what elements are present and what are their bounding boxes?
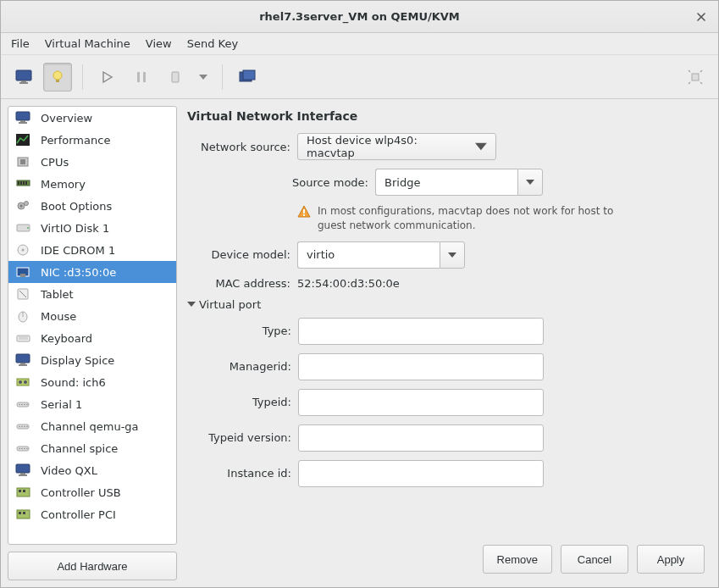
- svg-rect-40: [16, 354, 30, 363]
- serial-icon: [15, 419, 32, 433]
- sidebar-item-cpus[interactable]: CPUs: [8, 151, 176, 173]
- svg-point-52: [19, 426, 20, 428]
- svg-rect-4: [56, 80, 59, 82]
- svg-rect-7: [143, 72, 146, 82]
- sidebar-item-serial-1[interactable]: Serial 1: [8, 393, 176, 415]
- sidebar-item-label: Memory: [41, 178, 86, 191]
- shutdown-menu-button[interactable]: [195, 63, 212, 92]
- device-list[interactable]: OverviewPerformanceCPUsMemoryBoot Option…: [8, 106, 177, 545]
- fullscreen-button[interactable]: [681, 63, 710, 92]
- sidebar-item-keyboard[interactable]: Keyboard: [8, 327, 176, 349]
- gears-icon: [15, 199, 32, 213]
- svg-rect-22: [23, 181, 25, 185]
- svg-point-30: [22, 249, 25, 252]
- add-hardware-button[interactable]: Add Hardware: [8, 552, 177, 580]
- menu-virtual-machine[interactable]: Virtual Machine: [45, 37, 130, 50]
- vp-instanceid-label: Instance id:: [201, 467, 298, 480]
- source-mode-dropdown-button[interactable]: [517, 169, 543, 196]
- ram-icon: [15, 177, 32, 191]
- sidebar-item-performance[interactable]: Performance: [8, 129, 176, 151]
- sidebar-item-display-spice[interactable]: Display Spice: [8, 349, 176, 371]
- snapshots-button[interactable]: [233, 63, 262, 92]
- vp-typeidversion-input[interactable]: [298, 424, 544, 452]
- svg-rect-32: [20, 274, 25, 277]
- titlebar: rhel7.3server_VM on QEMU/KVM: [1, 1, 718, 33]
- svg-marker-76: [187, 302, 196, 307]
- sidebar-item-label: Mouse: [41, 310, 76, 323]
- svg-point-59: [24, 448, 25, 450]
- svg-rect-2: [19, 82, 28, 84]
- serial-icon: [15, 441, 32, 455]
- source-mode-value: Bridge: [384, 176, 420, 189]
- sidebar-item-controller-pci[interactable]: Controller PCI: [8, 503, 176, 525]
- warning-text: In most configurations, macvtap does not…: [318, 204, 636, 233]
- virtual-port-expander[interactable]: Virtual port: [187, 298, 705, 311]
- menu-view[interactable]: View: [146, 37, 172, 50]
- vp-typeid-input[interactable]: [298, 389, 544, 416]
- sidebar-item-overview[interactable]: Overview: [8, 107, 176, 129]
- play-icon: [102, 71, 113, 83]
- svg-point-26: [25, 202, 29, 206]
- sidebar-item-controller-usb[interactable]: Controller USB: [8, 481, 176, 503]
- sidebar-item-mouse[interactable]: Mouse: [8, 305, 176, 327]
- remove-button[interactable]: Remove: [483, 545, 552, 574]
- sidebar-item-video-qxl[interactable]: Video QXL: [8, 459, 176, 481]
- sidebar-item-label: Video QXL: [41, 464, 97, 477]
- sidebar-item-label: Overview: [41, 112, 92, 125]
- sidebar-item-ide-cdrom-1[interactable]: IDE CDROM 1: [8, 239, 176, 261]
- sidebar-item-label: Performance: [41, 134, 110, 147]
- sidebar-item-tablet[interactable]: Tablet: [8, 283, 176, 305]
- source-mode-combo[interactable]: Bridge: [375, 169, 543, 196]
- disk-icon: [15, 221, 32, 235]
- shutdown-button[interactable]: [161, 63, 190, 92]
- vp-type-input[interactable]: [298, 318, 544, 345]
- run-button[interactable]: [93, 63, 122, 92]
- mac-address-label: MAC address:: [187, 277, 297, 290]
- sidebar-item-sound-ich6[interactable]: Sound: ich6: [8, 371, 176, 393]
- monitor-icon: [15, 69, 32, 85]
- details-view-button[interactable]: [43, 63, 72, 92]
- sidebar-item-memory[interactable]: Memory: [8, 173, 176, 195]
- apply-button[interactable]: Apply: [637, 545, 705, 574]
- sidebar-item-label: Sound: ich6: [41, 376, 106, 389]
- console-view-button[interactable]: [9, 63, 38, 92]
- svg-marker-71: [526, 180, 534, 185]
- controller-icon: [15, 485, 32, 499]
- keyboard-icon: [15, 331, 32, 345]
- sidebar-item-label: Display Spice: [41, 354, 114, 367]
- svg-rect-41: [20, 363, 25, 364]
- toolbar-separator: [82, 64, 83, 90]
- sidebar-item-label: Controller PCI: [41, 508, 116, 521]
- sidebar-item-channel-spice[interactable]: Channel spice: [8, 437, 176, 459]
- cancel-button[interactable]: Cancel: [561, 545, 628, 574]
- device-model-dropdown-button[interactable]: [440, 241, 465, 269]
- svg-point-49: [24, 404, 25, 406]
- close-button[interactable]: [693, 8, 710, 25]
- sidebar-item-label: Controller USB: [41, 486, 121, 499]
- device-model-combo[interactable]: virtio: [297, 241, 465, 269]
- svg-point-60: [26, 448, 28, 450]
- pause-button[interactable]: [127, 63, 156, 92]
- svg-rect-6: [137, 72, 140, 82]
- chevron-down-icon: [187, 300, 196, 308]
- svg-point-25: [20, 205, 23, 208]
- svg-point-3: [53, 71, 62, 80]
- sidebar-item-channel-qemu-ga[interactable]: Channel qemu-ga: [8, 415, 176, 437]
- sidebar-item-boot-options[interactable]: Boot Options: [8, 195, 176, 217]
- vp-managerid-input[interactable]: [298, 353, 544, 380]
- network-source-combo[interactable]: Host device wlp4s0: macvtap: [297, 133, 496, 160]
- chevron-down-icon: [526, 178, 534, 186]
- controller-icon: [15, 508, 32, 521]
- svg-marker-5: [103, 72, 112, 82]
- menu-send-key[interactable]: Send Key: [187, 37, 238, 50]
- svg-marker-9: [199, 75, 207, 80]
- svg-rect-15: [19, 122, 27, 124]
- svg-rect-42: [19, 364, 27, 366]
- svg-rect-0: [16, 70, 31, 80]
- cdrom-icon: [15, 243, 32, 257]
- menu-file[interactable]: File: [11, 37, 30, 50]
- vp-instanceid-input[interactable]: [298, 460, 544, 487]
- sidebar-item-nic-d3-50-0e[interactable]: NIC :d3:50:0e: [8, 261, 176, 283]
- sidebar-item-virtio-disk-1[interactable]: VirtIO Disk 1: [8, 217, 176, 239]
- virtual-port-header: Virtual port: [199, 298, 261, 311]
